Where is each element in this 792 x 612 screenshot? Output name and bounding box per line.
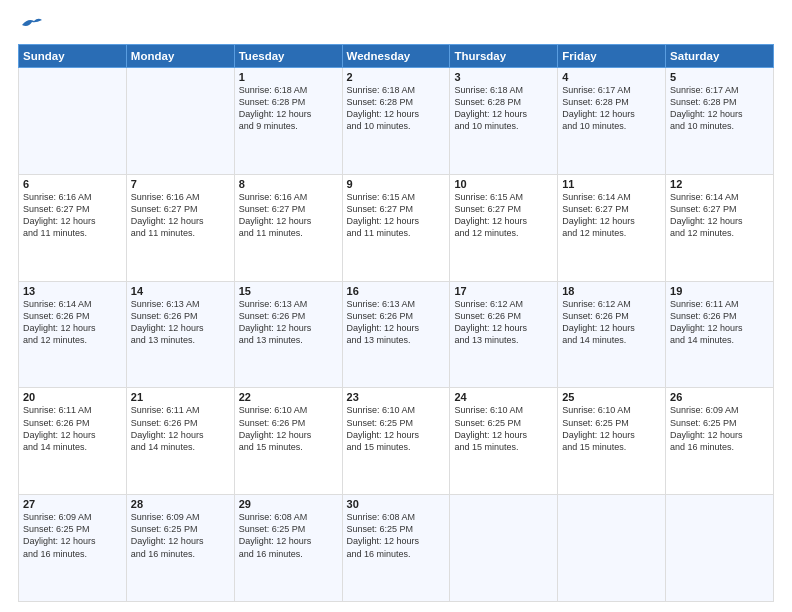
day-number: 17 bbox=[454, 285, 553, 297]
day-info: Sunrise: 6:08 AM Sunset: 6:25 PM Dayligh… bbox=[347, 511, 446, 560]
day-info: Sunrise: 6:13 AM Sunset: 6:26 PM Dayligh… bbox=[131, 298, 230, 347]
day-info: Sunrise: 6:18 AM Sunset: 6:28 PM Dayligh… bbox=[347, 84, 446, 133]
day-info: Sunrise: 6:14 AM Sunset: 6:26 PM Dayligh… bbox=[23, 298, 122, 347]
weekday-header: Friday bbox=[558, 45, 666, 68]
calendar-day-cell: 22Sunrise: 6:10 AM Sunset: 6:26 PM Dayli… bbox=[234, 388, 342, 495]
calendar-day-cell: 19Sunrise: 6:11 AM Sunset: 6:26 PM Dayli… bbox=[666, 281, 774, 388]
day-number: 30 bbox=[347, 498, 446, 510]
day-number: 26 bbox=[670, 391, 769, 403]
day-info: Sunrise: 6:18 AM Sunset: 6:28 PM Dayligh… bbox=[454, 84, 553, 133]
calendar-day-cell: 10Sunrise: 6:15 AM Sunset: 6:27 PM Dayli… bbox=[450, 174, 558, 281]
calendar-day-cell: 24Sunrise: 6:10 AM Sunset: 6:25 PM Dayli… bbox=[450, 388, 558, 495]
day-info: Sunrise: 6:12 AM Sunset: 6:26 PM Dayligh… bbox=[562, 298, 661, 347]
day-info: Sunrise: 6:17 AM Sunset: 6:28 PM Dayligh… bbox=[562, 84, 661, 133]
calendar-day-cell: 26Sunrise: 6:09 AM Sunset: 6:25 PM Dayli… bbox=[666, 388, 774, 495]
day-info: Sunrise: 6:08 AM Sunset: 6:25 PM Dayligh… bbox=[239, 511, 338, 560]
calendar-table: SundayMondayTuesdayWednesdayThursdayFrid… bbox=[18, 44, 774, 602]
day-info: Sunrise: 6:09 AM Sunset: 6:25 PM Dayligh… bbox=[670, 404, 769, 453]
calendar-day-cell: 15Sunrise: 6:13 AM Sunset: 6:26 PM Dayli… bbox=[234, 281, 342, 388]
calendar-day-cell: 9Sunrise: 6:15 AM Sunset: 6:27 PM Daylig… bbox=[342, 174, 450, 281]
calendar-day-cell: 18Sunrise: 6:12 AM Sunset: 6:26 PM Dayli… bbox=[558, 281, 666, 388]
day-info: Sunrise: 6:17 AM Sunset: 6:28 PM Dayligh… bbox=[670, 84, 769, 133]
calendar-day-cell: 7Sunrise: 6:16 AM Sunset: 6:27 PM Daylig… bbox=[126, 174, 234, 281]
calendar-day-cell bbox=[558, 495, 666, 602]
logo-bird-icon bbox=[20, 16, 42, 34]
calendar-day-cell: 11Sunrise: 6:14 AM Sunset: 6:27 PM Dayli… bbox=[558, 174, 666, 281]
calendar-week-row: 6Sunrise: 6:16 AM Sunset: 6:27 PM Daylig… bbox=[19, 174, 774, 281]
day-number: 1 bbox=[239, 71, 338, 83]
day-number: 22 bbox=[239, 391, 338, 403]
day-number: 8 bbox=[239, 178, 338, 190]
calendar-day-cell: 25Sunrise: 6:10 AM Sunset: 6:25 PM Dayli… bbox=[558, 388, 666, 495]
day-number: 2 bbox=[347, 71, 446, 83]
calendar-day-cell: 5Sunrise: 6:17 AM Sunset: 6:28 PM Daylig… bbox=[666, 68, 774, 175]
calendar-week-row: 27Sunrise: 6:09 AM Sunset: 6:25 PM Dayli… bbox=[19, 495, 774, 602]
day-number: 12 bbox=[670, 178, 769, 190]
day-number: 7 bbox=[131, 178, 230, 190]
calendar-week-row: 20Sunrise: 6:11 AM Sunset: 6:26 PM Dayli… bbox=[19, 388, 774, 495]
day-number: 24 bbox=[454, 391, 553, 403]
day-info: Sunrise: 6:16 AM Sunset: 6:27 PM Dayligh… bbox=[131, 191, 230, 240]
calendar-day-cell: 13Sunrise: 6:14 AM Sunset: 6:26 PM Dayli… bbox=[19, 281, 127, 388]
calendar-day-cell bbox=[450, 495, 558, 602]
day-info: Sunrise: 6:15 AM Sunset: 6:27 PM Dayligh… bbox=[347, 191, 446, 240]
day-number: 14 bbox=[131, 285, 230, 297]
calendar-header-row: SundayMondayTuesdayWednesdayThursdayFrid… bbox=[19, 45, 774, 68]
calendar-day-cell: 12Sunrise: 6:14 AM Sunset: 6:27 PM Dayli… bbox=[666, 174, 774, 281]
calendar-week-row: 13Sunrise: 6:14 AM Sunset: 6:26 PM Dayli… bbox=[19, 281, 774, 388]
day-info: Sunrise: 6:10 AM Sunset: 6:25 PM Dayligh… bbox=[347, 404, 446, 453]
calendar-day-cell bbox=[126, 68, 234, 175]
day-info: Sunrise: 6:16 AM Sunset: 6:27 PM Dayligh… bbox=[23, 191, 122, 240]
weekday-header: Saturday bbox=[666, 45, 774, 68]
day-info: Sunrise: 6:14 AM Sunset: 6:27 PM Dayligh… bbox=[562, 191, 661, 240]
weekday-header: Thursday bbox=[450, 45, 558, 68]
day-number: 25 bbox=[562, 391, 661, 403]
calendar-day-cell: 2Sunrise: 6:18 AM Sunset: 6:28 PM Daylig… bbox=[342, 68, 450, 175]
calendar-day-cell bbox=[19, 68, 127, 175]
day-number: 16 bbox=[347, 285, 446, 297]
day-number: 28 bbox=[131, 498, 230, 510]
day-number: 4 bbox=[562, 71, 661, 83]
calendar-day-cell: 1Sunrise: 6:18 AM Sunset: 6:28 PM Daylig… bbox=[234, 68, 342, 175]
day-info: Sunrise: 6:14 AM Sunset: 6:27 PM Dayligh… bbox=[670, 191, 769, 240]
day-number: 6 bbox=[23, 178, 122, 190]
calendar-day-cell: 29Sunrise: 6:08 AM Sunset: 6:25 PM Dayli… bbox=[234, 495, 342, 602]
day-number: 18 bbox=[562, 285, 661, 297]
calendar-day-cell: 27Sunrise: 6:09 AM Sunset: 6:25 PM Dayli… bbox=[19, 495, 127, 602]
day-number: 5 bbox=[670, 71, 769, 83]
day-info: Sunrise: 6:11 AM Sunset: 6:26 PM Dayligh… bbox=[670, 298, 769, 347]
day-number: 15 bbox=[239, 285, 338, 297]
day-info: Sunrise: 6:11 AM Sunset: 6:26 PM Dayligh… bbox=[23, 404, 122, 453]
day-info: Sunrise: 6:10 AM Sunset: 6:25 PM Dayligh… bbox=[562, 404, 661, 453]
day-number: 11 bbox=[562, 178, 661, 190]
day-info: Sunrise: 6:09 AM Sunset: 6:25 PM Dayligh… bbox=[131, 511, 230, 560]
calendar-day-cell: 3Sunrise: 6:18 AM Sunset: 6:28 PM Daylig… bbox=[450, 68, 558, 175]
weekday-header: Tuesday bbox=[234, 45, 342, 68]
calendar-day-cell: 23Sunrise: 6:10 AM Sunset: 6:25 PM Dayli… bbox=[342, 388, 450, 495]
calendar-week-row: 1Sunrise: 6:18 AM Sunset: 6:28 PM Daylig… bbox=[19, 68, 774, 175]
day-number: 20 bbox=[23, 391, 122, 403]
page: SundayMondayTuesdayWednesdayThursdayFrid… bbox=[0, 0, 792, 612]
day-info: Sunrise: 6:18 AM Sunset: 6:28 PM Dayligh… bbox=[239, 84, 338, 133]
calendar-day-cell: 16Sunrise: 6:13 AM Sunset: 6:26 PM Dayli… bbox=[342, 281, 450, 388]
weekday-header: Wednesday bbox=[342, 45, 450, 68]
calendar-day-cell: 17Sunrise: 6:12 AM Sunset: 6:26 PM Dayli… bbox=[450, 281, 558, 388]
calendar-day-cell: 14Sunrise: 6:13 AM Sunset: 6:26 PM Dayli… bbox=[126, 281, 234, 388]
day-number: 23 bbox=[347, 391, 446, 403]
calendar-day-cell: 4Sunrise: 6:17 AM Sunset: 6:28 PM Daylig… bbox=[558, 68, 666, 175]
weekday-header: Monday bbox=[126, 45, 234, 68]
day-info: Sunrise: 6:13 AM Sunset: 6:26 PM Dayligh… bbox=[239, 298, 338, 347]
day-info: Sunrise: 6:12 AM Sunset: 6:26 PM Dayligh… bbox=[454, 298, 553, 347]
logo bbox=[18, 16, 42, 34]
day-number: 19 bbox=[670, 285, 769, 297]
calendar-day-cell: 8Sunrise: 6:16 AM Sunset: 6:27 PM Daylig… bbox=[234, 174, 342, 281]
day-number: 10 bbox=[454, 178, 553, 190]
day-number: 9 bbox=[347, 178, 446, 190]
day-number: 13 bbox=[23, 285, 122, 297]
day-number: 29 bbox=[239, 498, 338, 510]
day-info: Sunrise: 6:11 AM Sunset: 6:26 PM Dayligh… bbox=[131, 404, 230, 453]
day-info: Sunrise: 6:16 AM Sunset: 6:27 PM Dayligh… bbox=[239, 191, 338, 240]
calendar-day-cell: 6Sunrise: 6:16 AM Sunset: 6:27 PM Daylig… bbox=[19, 174, 127, 281]
calendar-day-cell: 21Sunrise: 6:11 AM Sunset: 6:26 PM Dayli… bbox=[126, 388, 234, 495]
calendar-day-cell: 30Sunrise: 6:08 AM Sunset: 6:25 PM Dayli… bbox=[342, 495, 450, 602]
